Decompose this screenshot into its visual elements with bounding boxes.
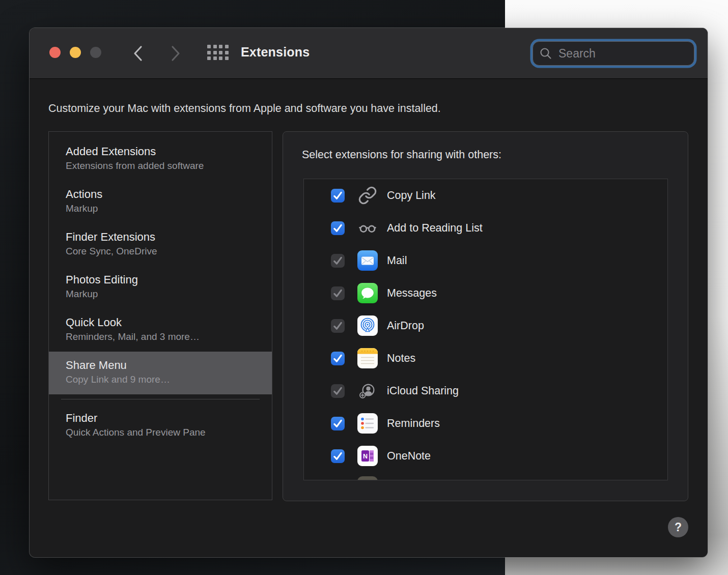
sidebar-item-subtitle: Reminders, Mail, and 3 more… (66, 330, 264, 343)
sidebar-item-added-extensions[interactable]: Added Extensions Extensions from added s… (49, 138, 272, 181)
extension-row-mail: Mail (304, 244, 667, 277)
sidebar-item-share-menu[interactable]: Share Menu Copy Link and 9 more… (49, 352, 272, 394)
sidebar-item-title: Actions (66, 187, 264, 202)
checkbox-onenote[interactable] (331, 449, 345, 463)
extension-label: iCloud Sharing (387, 385, 459, 397)
svg-text:N: N (363, 453, 368, 460)
checkbox-airdrop (331, 319, 345, 333)
checkbox-icloud-sharing (331, 384, 345, 398)
search-input[interactable] (557, 46, 688, 61)
fullscreen-button[interactable] (90, 47, 101, 58)
notes-app-icon (357, 348, 378, 368)
onenote-app-icon: N (357, 446, 378, 466)
sidebar-item-title: Finder Extensions (66, 230, 264, 244)
extensions-category-sidebar: Added Extensions Extensions from added s… (48, 131, 272, 500)
extension-row-airdrop: AirDrop (304, 309, 667, 342)
extension-row-onenote: N OneNote (304, 440, 667, 472)
back-button[interactable] (128, 44, 148, 63)
minimize-button[interactable] (70, 47, 81, 58)
chevron-right-icon (171, 45, 181, 62)
sidebar-item-title: Share Menu (66, 358, 264, 372)
sidebar-item-subtitle: Markup (66, 287, 264, 301)
sidebar-item-subtitle: Markup (66, 202, 264, 215)
glasses-icon (357, 218, 378, 238)
sidebar-item-title: Added Extensions (66, 145, 264, 159)
search-icon (539, 47, 552, 60)
extension-label: Mail (387, 254, 407, 267)
extension-row-reminders: Reminders (304, 407, 667, 440)
sidebar-item-subtitle: Extensions from added software (66, 159, 264, 172)
traffic-lights (49, 47, 101, 58)
checkbox-copy-link[interactable] (331, 189, 345, 203)
extension-row-notes: Notes (304, 342, 667, 375)
share-menu-panel: Select extensions for sharing with other… (283, 131, 688, 501)
extension-label: OneNote (387, 450, 431, 463)
window-title: Extensions (241, 45, 310, 60)
chevron-left-icon (133, 45, 143, 62)
sidebar-item-title: Finder (66, 411, 264, 425)
sidebar-item-finder-extensions[interactable]: Finder Extensions Core Sync, OneDrive (49, 223, 272, 266)
forward-button[interactable] (166, 44, 185, 63)
extension-label: AirDrop (387, 320, 424, 332)
extension-label: Messages (387, 287, 437, 300)
extension-row-add-to-reading-list: Add to Reading List (304, 212, 667, 244)
search-field[interactable] (533, 41, 694, 66)
extension-label: Add to Reading List (387, 222, 483, 235)
sidebar-item-quick-look[interactable]: Quick Look Reminders, Mail, and 3 more… (49, 309, 272, 352)
link-icon (357, 185, 378, 206)
icloud-sharing-icon (357, 381, 378, 401)
checkbox-add-to-reading-list[interactable] (331, 221, 345, 235)
checkbox-mail (331, 254, 345, 268)
close-button[interactable] (49, 47, 61, 58)
checkbox-notes[interactable] (331, 352, 345, 365)
checkbox-messages (331, 286, 345, 300)
messages-app-icon (357, 283, 378, 303)
extensions-preferences-window: Extensions Customize your Mac with exten… (30, 28, 708, 557)
extension-label: Copy Link (387, 189, 436, 202)
extension-label: Reminders (387, 417, 440, 430)
share-extensions-list: Copy Link Add to Reading List Mail Messa… (303, 179, 668, 480)
airdrop-app-icon (357, 315, 378, 336)
sidebar-separator (61, 399, 260, 399)
sidebar-item-title: Photos Editing (66, 273, 264, 287)
reminders-app-icon (357, 413, 378, 434)
sidebar-item-subtitle: Core Sync, OneDrive (66, 244, 264, 258)
help-button[interactable]: ? (668, 517, 688, 537)
extension-row-copy-link: Copy Link (304, 179, 667, 212)
show-all-grid-icon[interactable] (207, 45, 229, 60)
panel-header: Select extensions for sharing with other… (302, 149, 501, 161)
sidebar-item-subtitle: Quick Actions and Preview Pane (66, 425, 264, 439)
mail-app-icon (357, 250, 378, 271)
sidebar-item-finder[interactable]: Finder Quick Actions and Preview Pane (49, 405, 272, 447)
sidebar-item-photos-editing[interactable]: Photos Editing Markup (49, 266, 272, 309)
sidebar-item-title: Quick Look (66, 315, 264, 330)
extension-row-messages: Messages (304, 277, 667, 309)
partial-next-item-icon (357, 476, 378, 480)
sidebar-item-actions[interactable]: Actions Markup (49, 181, 272, 223)
extension-row-icloud-sharing: iCloud Sharing (304, 375, 667, 407)
checkbox-reminders[interactable] (331, 417, 345, 430)
intro-text: Customize your Mac with extensions from … (48, 102, 441, 115)
sidebar-item-subtitle: Copy Link and 9 more… (66, 372, 264, 386)
extension-label: Notes (387, 352, 415, 365)
titlebar: Extensions (30, 28, 708, 79)
